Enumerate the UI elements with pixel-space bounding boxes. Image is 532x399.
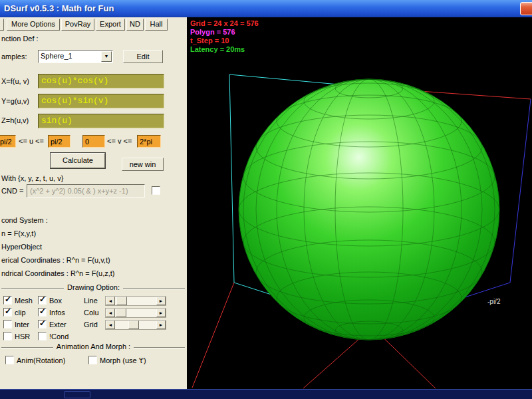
infos-label: Infos	[49, 309, 65, 317]
scroll-right-icon[interactable]: ►	[156, 309, 166, 317]
grid-info-text: Grid = 24 x 24 = 576	[190, 19, 259, 28]
box-label: Box	[49, 297, 62, 305]
grid-scrollbar[interactable]: ◄ ►	[105, 320, 166, 330]
examples-selected-value: Sphere_1	[41, 52, 72, 60]
app-window: DSurf v0.5.3 : Math for Fun More Options…	[0, 0, 532, 399]
mesh-label: Mesh	[15, 297, 33, 305]
scroll-left-icon[interactable]: ◄	[106, 321, 115, 329]
toolbar: More Options PovRay Export ND Hall	[0, 17, 187, 32]
line-scroll-thumb[interactable]	[116, 297, 127, 305]
z-equation-label: Z=h(u,v)	[1, 116, 29, 124]
close-button[interactable]	[520, 2, 532, 15]
hall-button[interactable]: Hall	[145, 19, 168, 31]
function-def-label: nction Def :	[1, 35, 39, 43]
second-system-label: cond System :	[1, 216, 48, 224]
anim-rotation-label: Anim(Rotation)	[17, 356, 65, 364]
exter-checkbox[interactable]	[38, 320, 47, 329]
more-options-button[interactable]: More Options	[7, 19, 60, 31]
animation-title: Animation And Morph :	[0, 342, 187, 350]
hsr-checkbox[interactable]	[3, 332, 12, 340]
notcond-label: !Cond	[49, 332, 68, 340]
window-title: DSurf v0.5.3 : Math for Fun	[4, 3, 114, 13]
cylindrical-coordinates-label: ndrical Coordinates : R^n = F(u,z,t)	[1, 269, 115, 277]
dropdown-arrow-icon[interactable]: ▼	[101, 51, 112, 62]
drawing-option-title: Drawing Option:	[0, 283, 187, 291]
examples-select[interactable]: Sphere_1 ▼	[38, 50, 113, 63]
clip-label: clip	[15, 309, 26, 317]
cnd-input[interactable]: (x^2 + y^2) 0.05( & ) x+y+z -1)	[27, 184, 145, 198]
tstep-info-text: t_Step = 10	[190, 37, 259, 45]
notcond-checkbox[interactable]	[38, 332, 47, 340]
y-equation-input[interactable]: cos(u)*sin(v)	[38, 94, 164, 108]
scroll-left-icon[interactable]: ◄	[106, 309, 115, 317]
u-min-input[interactable]: pi/2	[0, 135, 16, 148]
scroll-right-icon[interactable]: ►	[156, 321, 166, 329]
colu-label: Colu	[84, 309, 99, 317]
hyperobject-label: HyperObject	[1, 243, 42, 251]
infos-checkbox[interactable]	[38, 308, 47, 317]
anim-rotation-checkbox[interactable]	[5, 356, 14, 364]
x-equation-label: X=f(u, v)	[1, 77, 29, 85]
cnd-label: CND =	[1, 187, 23, 195]
y-equation-label: Y=g(u,v)	[1, 97, 29, 105]
spherical-coordinates-label: erical Coordinates : R^n = F(u,v,t)	[1, 256, 110, 264]
calculate-button[interactable]: Calculate	[51, 153, 105, 168]
with-vars-label: With {x, y, z, t, u, v}	[1, 174, 63, 182]
export-button[interactable]: Export	[96, 19, 125, 31]
v-range-label: <= v <=	[107, 137, 132, 145]
v-min-input[interactable]: 0	[82, 135, 105, 148]
grid-scroll-thumb[interactable]	[128, 321, 139, 329]
clip-checkbox[interactable]	[3, 308, 12, 317]
morph-checkbox[interactable]	[88, 356, 97, 364]
viewport-info: Grid = 24 x 24 = 576 Polygn = 576 t_Step…	[190, 19, 259, 54]
morph-label: Morph (use 't')	[100, 356, 146, 364]
inter-label: Inter	[15, 321, 29, 329]
colu-scrollbar[interactable]: ◄ ►	[105, 308, 166, 318]
sphere-surface	[239, 79, 499, 340]
examples-label: amples:	[1, 53, 27, 61]
taskbar-item[interactable]	[64, 391, 90, 398]
line-scrollbar[interactable]: ◄ ►	[105, 296, 166, 306]
grid-label: Grid	[84, 321, 98, 329]
nd-button[interactable]: ND	[126, 19, 144, 31]
x-equation-input[interactable]: cos(u)*cos(v)	[38, 74, 164, 88]
viewport-3d[interactable]: Grid = 24 x 24 = 576 Polygn = 576 t_Step…	[187, 17, 532, 389]
polygon-info-text: Polygn = 576	[190, 28, 259, 37]
z-equation-input[interactable]: sin(u)	[38, 114, 164, 128]
scroll-right-icon[interactable]: ►	[156, 297, 166, 305]
toolbar-button-partial[interactable]	[0, 19, 4, 31]
titlebar[interactable]: DSurf v0.5.3 : Math for Fun	[0, 0, 532, 17]
line-label: Line	[84, 297, 98, 305]
mesh-checkbox[interactable]	[3, 296, 12, 305]
v-max-input[interactable]: 2*pi	[137, 135, 161, 148]
u-max-input[interactable]: pi/2	[48, 135, 70, 148]
sphere-render-canvas[interactable]	[187, 17, 532, 389]
inter-checkbox[interactable]	[3, 320, 12, 329]
u-range-label: <= u <=	[19, 137, 44, 145]
taskbar	[0, 389, 532, 399]
control-panel: nction Def : amples: Sphere_1 ▼ Edit X=f…	[0, 32, 187, 389]
exter-label: Exter	[49, 321, 66, 329]
latency-info-text: Latency = 20ms	[190, 45, 259, 54]
hsr-label: HSR	[15, 332, 30, 340]
povray-button[interactable]: PovRay	[61, 19, 94, 31]
edit-button[interactable]: Edit	[123, 50, 163, 63]
new-win-button[interactable]: new win	[122, 158, 164, 171]
axis-label: -pi/2	[487, 298, 500, 305]
cnd-checkbox[interactable]	[152, 186, 160, 195]
fn-system-label: n = F(x,y,t)	[1, 229, 36, 237]
scroll-left-icon[interactable]: ◄	[106, 297, 115, 305]
box-checkbox[interactable]	[38, 296, 47, 305]
colu-scroll-thumb[interactable]	[116, 309, 126, 317]
